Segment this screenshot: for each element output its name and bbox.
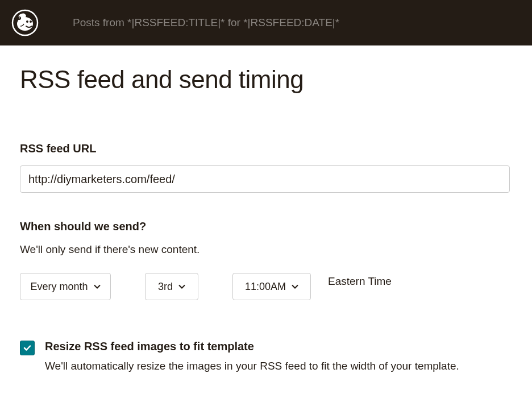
svg-point-5 bbox=[30, 20, 32, 23]
chevron-down-icon bbox=[292, 283, 298, 290]
checkmark-icon bbox=[23, 343, 32, 353]
resize-content: Resize RSS feed images to fit template W… bbox=[45, 340, 512, 372]
chevron-down-icon bbox=[94, 283, 101, 290]
resize-option: Resize RSS feed images to fit template W… bbox=[20, 340, 512, 372]
rss-url-label: RSS feed URL bbox=[20, 142, 512, 155]
time-value: 11:00AM bbox=[245, 281, 286, 293]
rss-url-input[interactable] bbox=[20, 165, 510, 193]
resize-label: Resize RSS feed images to fit template bbox=[45, 340, 512, 353]
frequency-value: Every month bbox=[30, 281, 88, 293]
main-content: RSS feed and send timing RSS feed URL Wh… bbox=[0, 45, 532, 372]
schedule-label: When should we send? bbox=[20, 220, 512, 233]
timezone-label: Eastern Time bbox=[328, 275, 392, 288]
time-dropdown[interactable]: 11:00AM bbox=[232, 273, 311, 300]
svg-point-3 bbox=[19, 18, 20, 19]
header-title: Posts from *|RSSFEED:TITLE|* for *|RSSFE… bbox=[73, 16, 339, 29]
svg-point-4 bbox=[26, 20, 28, 23]
resize-checkbox[interactable] bbox=[20, 341, 35, 355]
mailchimp-logo[interactable] bbox=[11, 9, 39, 36]
schedule-dropdowns: Every month 3rd 11:00AM Eastern Time bbox=[20, 273, 512, 300]
app-header: Posts from *|RSSFEED:TITLE|* for *|RSSFE… bbox=[0, 0, 532, 45]
resize-helper: We'll automatically resize the images in… bbox=[45, 360, 512, 372]
page-title: RSS feed and send timing bbox=[20, 65, 512, 94]
schedule-helper: We'll only send if there's new content. bbox=[20, 243, 512, 256]
chevron-down-icon bbox=[178, 283, 185, 290]
frequency-dropdown[interactable]: Every month bbox=[20, 273, 111, 300]
day-value: 3rd bbox=[158, 281, 173, 293]
day-dropdown[interactable]: 3rd bbox=[145, 273, 198, 300]
